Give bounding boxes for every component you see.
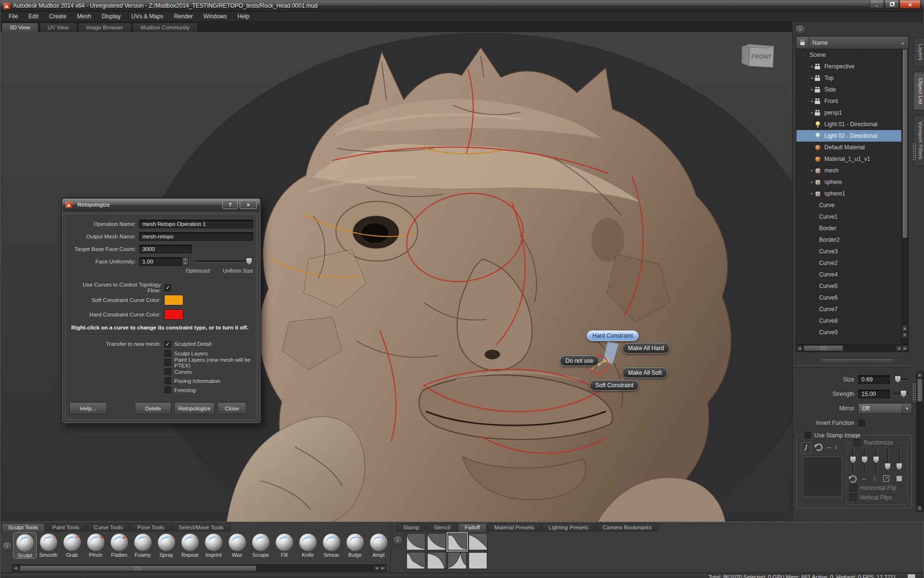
- view-cube[interactable]: FRONT LFT: [738, 39, 777, 74]
- minimize-button[interactable]: [870, 0, 884, 9]
- slider-handle[interactable]: [885, 463, 891, 470]
- curves-checkbox[interactable]: [164, 368, 171, 375]
- falloff-preset-2-selected[interactable]: [448, 533, 467, 551]
- 3d-viewport[interactable]: FRONT LFT Hard Constraint Make All Hard …: [0, 33, 792, 522]
- slider-handle[interactable]: [895, 376, 901, 383]
- tab-material-presets[interactable]: Material Presets: [488, 523, 541, 532]
- scroll-left-icon[interactable]: ◄: [13, 565, 19, 571]
- tree-row-default-material[interactable]: Default Material: [796, 142, 908, 153]
- tab-lighting-presets[interactable]: Lighting Presets: [542, 523, 595, 532]
- menu-mesh[interactable]: Mesh: [72, 12, 96, 21]
- randomize-checkbox[interactable]: [854, 439, 861, 446]
- tree-row-light01[interactable]: Light 01 - Directional: [796, 118, 908, 130]
- scroll-down-icon[interactable]: ▼: [917, 505, 923, 512]
- tree-row-curve9[interactable]: Curve9: [796, 327, 908, 338]
- hard-constraint-color-swatch[interactable]: [164, 309, 183, 320]
- panel-collapse-button[interactable]: ›: [795, 25, 805, 35]
- tool-imprint[interactable]: Imprint: [202, 532, 225, 559]
- scrollbar-thumb[interactable]: [902, 49, 908, 238]
- tab-object-list[interactable]: Object List: [913, 72, 924, 110]
- tool-wax[interactable]: Wax: [225, 532, 249, 559]
- strength-input[interactable]: 15.00: [858, 390, 890, 398]
- randomize-slider-5[interactable]: [898, 448, 900, 472]
- slider-handle[interactable]: [850, 456, 856, 463]
- operation-name-input[interactable]: mesh Retopo Operation 1: [139, 220, 253, 228]
- menu-help[interactable]: Help: [232, 12, 255, 21]
- size-input[interactable]: 0.69: [858, 375, 890, 384]
- tab-image-browser[interactable]: Image Browser: [78, 23, 131, 32]
- expand-toggle[interactable]: +: [809, 87, 815, 92]
- tool-knife[interactable]: Knife: [296, 532, 320, 559]
- tree-row-border[interactable]: Border: [796, 223, 908, 234]
- randomize-color-swatch[interactable]: [897, 476, 902, 481]
- properties-scrollbar[interactable]: ▲ ▼: [916, 371, 924, 512]
- use-curves-checkbox[interactable]: ✓: [164, 284, 171, 291]
- tab-uv-view[interactable]: UV View: [39, 23, 77, 32]
- scroll-up-icon[interactable]: ▲: [902, 325, 908, 331]
- falloff-preset-3[interactable]: [468, 533, 488, 551]
- marking-menu-hard-constraint[interactable]: Hard Constraint: [587, 330, 639, 341]
- tree-row-curve4[interactable]: Curve4: [796, 269, 908, 280]
- scroll-down-icon[interactable]: ▼: [902, 332, 908, 338]
- menu-edit[interactable]: Edit: [23, 12, 44, 21]
- marking-menu-make-all-soft[interactable]: Make All Soft: [622, 368, 667, 378]
- menu-file[interactable]: File: [3, 12, 23, 21]
- randomize-slider-2[interactable]: [864, 448, 866, 472]
- dialog-help-button[interactable]: ?: [222, 200, 238, 209]
- slider-handle[interactable]: [873, 456, 879, 463]
- dialog-close-button[interactable]: ×: [240, 200, 257, 209]
- tree-row-sphere[interactable]: +sphere: [796, 176, 908, 188]
- close-dialog-button[interactable]: Close: [218, 402, 246, 415]
- menu-uvs-maps[interactable]: UVs & Maps: [126, 12, 169, 21]
- tree-row-mesh[interactable]: +mesh: [796, 165, 908, 176]
- tree-vertical-scrollbar[interactable]: ▲ ▼: [901, 49, 908, 344]
- tool-repeat[interactable]: ↑Repeat: [178, 532, 202, 559]
- tree-row-curve6[interactable]: Curve6: [796, 292, 908, 303]
- face-count-input[interactable]: 3000: [139, 245, 192, 253]
- paint-layers-checkbox[interactable]: [164, 359, 171, 366]
- soft-constraint-color-swatch[interactable]: [164, 295, 183, 305]
- tree-row-curve[interactable]: Curve: [796, 199, 908, 211]
- vertical-flips-checkbox[interactable]: [849, 494, 857, 501]
- sort-arrow-icon[interactable]: ▲: [898, 40, 908, 45]
- tab-mudbox-community[interactable]: Mudbox Community: [132, 23, 198, 32]
- tree-row-light02-selected[interactable]: Light 02 - Directional: [796, 130, 908, 142]
- tree-row-top[interactable]: +Top: [796, 72, 908, 84]
- tray-collapse-button[interactable]: ›: [2, 541, 12, 552]
- expand-toggle[interactable]: +: [809, 191, 815, 197]
- tool-scrape[interactable]: Scrape: [249, 532, 272, 559]
- tree-horizontal-scrollbar[interactable]: ◄ ◄ ►: [796, 344, 908, 352]
- invert-function-checkbox[interactable]: [858, 420, 865, 427]
- falloff-preset-1[interactable]: [427, 533, 446, 551]
- title-bar[interactable]: Autodesk Mudbox 2014 x64 - Unregistered …: [0, 0, 924, 12]
- tab-sculpt-tools[interactable]: Sculpt Tools: [1, 523, 45, 532]
- tool-foamy[interactable]: Foamy: [131, 532, 154, 559]
- tool-smooth[interactable]: ○Smooth: [37, 532, 60, 559]
- face-uniformity-stepper[interactable]: ▲▼: [182, 257, 189, 266]
- expand-toggle[interactable]: +: [809, 180, 815, 185]
- tab-3d-view[interactable]: 3D View: [1, 23, 38, 32]
- stamp-rotate-icon[interactable]: [815, 444, 822, 452]
- tool-grab[interactable]: ↗Grab: [60, 532, 84, 559]
- tree-row-curve5[interactable]: Curve5: [796, 280, 908, 292]
- sculpted-detail-checkbox[interactable]: ✓: [164, 341, 171, 348]
- posing-information-checkbox[interactable]: [164, 377, 171, 384]
- dropdown-arrow-icon[interactable]: ▼: [902, 404, 911, 413]
- slider-handle[interactable]: [900, 390, 907, 397]
- scroll-right-icon[interactable]: ►: [380, 565, 386, 571]
- lock-column-button[interactable]: [796, 37, 808, 48]
- close-button[interactable]: ×: [899, 0, 921, 9]
- presets-collapse-button[interactable]: ›: [393, 536, 403, 546]
- tree-row-material1[interactable]: Material_1_u1_v1: [796, 153, 908, 165]
- tool-spray[interactable]: ↑Spray: [154, 532, 178, 559]
- tree-row-curve2[interactable]: Curve2: [796, 257, 908, 269]
- randomize-slider-3[interactable]: [875, 448, 877, 472]
- tree-row-front[interactable]: +Front: [796, 95, 908, 107]
- randomize-rotate-icon[interactable]: [849, 475, 857, 484]
- tree-row-border2[interactable]: Border2: [796, 234, 908, 246]
- falloff-preset-4[interactable]: [406, 552, 425, 569]
- tool-tray-scrollbar[interactable]: ◄ ◄ ►: [12, 565, 386, 572]
- stepper-down-icon[interactable]: ▼: [182, 262, 188, 265]
- expand-toggle[interactable]: -: [802, 53, 808, 58]
- tree-row-side[interactable]: +Side: [796, 84, 908, 95]
